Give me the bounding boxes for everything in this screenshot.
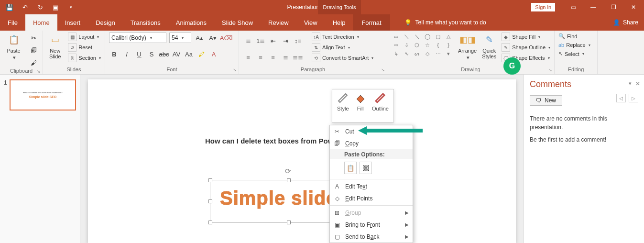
slide-thumbnail-pane[interactable]: 1 How can I delete text boxes from Power… bbox=[0, 75, 80, 243]
find-button[interactable]: 🔍Find bbox=[558, 33, 593, 40]
sign-in-button[interactable]: Sign in bbox=[531, 3, 555, 11]
new-comment-button[interactable]: 🗨New bbox=[530, 95, 562, 106]
dialog-launcher-icon[interactable]: ↘ bbox=[548, 67, 552, 72]
shape-brace2-icon[interactable]: } bbox=[444, 41, 453, 49]
align-left-button[interactable]: ≡ bbox=[243, 52, 253, 62]
redo-icon[interactable]: ↻ bbox=[35, 2, 45, 12]
tell-me-search[interactable]: 💡 Tell me what you want to do bbox=[390, 14, 486, 31]
text-direction-button[interactable]: ↕AText Direction▾ bbox=[312, 33, 373, 41]
shape-line-icon[interactable]: ＼ bbox=[402, 33, 411, 40]
shape-more2-icon[interactable]: ▾ bbox=[444, 50, 453, 57]
slide-canvas[interactable]: Style Fill Outline How can I delete text… bbox=[80, 75, 524, 243]
tab-format[interactable]: Format bbox=[353, 14, 390, 31]
shape-rectangle-icon[interactable]: ▭ bbox=[391, 33, 401, 40]
align-right-button[interactable]: ≡ bbox=[268, 52, 278, 62]
font-color-button[interactable]: A bbox=[208, 49, 219, 59]
tab-insert[interactable]: Insert bbox=[57, 14, 88, 31]
paste-picture[interactable]: 🖼 bbox=[360, 162, 372, 174]
italic-button[interactable]: I bbox=[121, 49, 132, 59]
tab-transitions[interactable]: Transitions bbox=[123, 14, 168, 31]
ctx-cut[interactable]: ✂Cut bbox=[330, 125, 413, 137]
slide-thumbnail-1[interactable]: How can I delete text boxes from PowerPo… bbox=[10, 79, 76, 110]
shape-brace-icon[interactable]: { bbox=[433, 41, 443, 49]
character-spacing-button[interactable]: AV bbox=[171, 49, 182, 59]
shape-square-icon[interactable]: ▢ bbox=[433, 33, 443, 40]
ribbon-display-options-icon[interactable]: ▭ bbox=[567, 2, 580, 12]
replace-button[interactable]: abReplace▾ bbox=[558, 42, 593, 48]
decrease-indent-button[interactable]: ⇤ bbox=[268, 35, 278, 46]
strikethrough-button[interactable]: abc bbox=[159, 49, 169, 59]
shape-oval-icon[interactable]: ◯ bbox=[423, 33, 432, 40]
tab-review[interactable]: Review bbox=[261, 14, 296, 31]
ctx-edit-text[interactable]: AEdit Text bbox=[330, 180, 413, 192]
format-painter-button[interactable]: 🖌 bbox=[28, 57, 39, 68]
align-text-button[interactable]: ⇅Align Text▾ bbox=[312, 43, 373, 52]
shape-arrow2-icon[interactable]: ⇩ bbox=[402, 41, 411, 49]
next-comment-icon[interactable]: ▷ bbox=[629, 94, 638, 102]
save-icon[interactable]: 💾 bbox=[5, 2, 14, 12]
qat-customize-icon[interactable]: ▾ bbox=[66, 2, 76, 12]
paste-button[interactable]: 📋 Paste ▾ bbox=[4, 33, 23, 60]
dialog-launcher-icon[interactable]: ↘ bbox=[381, 67, 385, 72]
grammarly-badge-icon[interactable]: G bbox=[503, 57, 521, 75]
dialog-launcher-icon[interactable]: ↘ bbox=[37, 69, 41, 74]
align-center-button[interactable]: ≡ bbox=[255, 52, 266, 62]
shape-line2-icon[interactable]: ＼ bbox=[412, 33, 422, 40]
numbering-button[interactable]: 1≣ bbox=[255, 35, 266, 46]
convert-smartart-button[interactable]: ⟲Convert to SmartArt▾ bbox=[312, 54, 373, 62]
quick-styles-button[interactable]: ✎ Quick Styles bbox=[481, 33, 497, 59]
tab-help[interactable]: Help bbox=[325, 14, 353, 31]
cut-button[interactable]: ✂ bbox=[28, 33, 39, 43]
rotation-handle-icon[interactable]: ⟳ bbox=[285, 167, 293, 175]
paste-use-destination-theme[interactable]: 📋 bbox=[344, 162, 357, 174]
shape-curve-icon[interactable]: ∿ bbox=[402, 50, 411, 57]
tab-view[interactable]: View bbox=[296, 14, 325, 31]
shape-connector-icon[interactable]: ↳ bbox=[391, 50, 401, 57]
clear-formatting-icon[interactable]: A⌫ bbox=[221, 33, 231, 43]
copy-button[interactable]: 🗐 bbox=[28, 45, 39, 55]
tab-animations[interactable]: Animations bbox=[168, 14, 214, 31]
mini-fill-button[interactable]: Fill bbox=[355, 92, 366, 121]
shadow-button[interactable]: S bbox=[146, 49, 157, 59]
undo-icon[interactable]: ↶ bbox=[20, 2, 30, 12]
decrease-font-icon[interactable]: A▾ bbox=[207, 33, 218, 43]
slide-surface[interactable]: Style Fill Outline How can I delete text… bbox=[88, 79, 516, 243]
reset-button[interactable]: ↺Reset bbox=[68, 43, 101, 52]
bold-button[interactable]: B bbox=[109, 49, 120, 59]
layout-button[interactable]: ▦Layout▾ bbox=[68, 33, 101, 41]
increase-font-icon[interactable]: A▴ bbox=[194, 33, 205, 43]
resize-handle[interactable] bbox=[208, 221, 212, 224]
tab-slideshow[interactable]: Slide Show bbox=[214, 14, 261, 31]
font-size-combo[interactable]: 54▾ bbox=[169, 33, 191, 43]
close-icon[interactable]: ✕ bbox=[627, 2, 640, 12]
shape-freeform-icon[interactable]: ᔕ bbox=[412, 50, 422, 57]
shape-triangle-icon[interactable]: △ bbox=[444, 33, 453, 40]
tab-file[interactable]: File bbox=[0, 14, 25, 31]
mini-style-button[interactable]: Style bbox=[337, 92, 349, 121]
shapes-gallery[interactable]: ▭ ＼ ＼ ◯ ▢ △ ⇨ ⇩ ⬡ ☆ { } ↳ ∿ ᔕ ◇ ⋯ ▾ bbox=[391, 33, 453, 57]
ctx-bring-to-front[interactable]: ▣Bring to Front▶ bbox=[330, 219, 413, 231]
font-name-combo[interactable]: Calibri (Body)▾ bbox=[109, 33, 166, 43]
new-slide-button[interactable]: ▭ New Slide bbox=[47, 33, 63, 59]
shape-arrow-icon[interactable]: ⇨ bbox=[391, 41, 401, 49]
shape-hex-icon[interactable]: ⬡ bbox=[412, 41, 422, 49]
highlight-button[interactable]: 🖍 bbox=[196, 49, 207, 59]
dialog-launcher-icon[interactable]: ↘ bbox=[233, 67, 237, 72]
shape-fill-button[interactable]: ◆Shape Fill▾ bbox=[502, 33, 550, 41]
close-pane-icon[interactable]: ✕ bbox=[635, 80, 640, 87]
resize-handle[interactable] bbox=[208, 199, 212, 203]
line-spacing-button[interactable]: ↕≡ bbox=[293, 35, 303, 46]
ctx-send-to-back[interactable]: ▢Send to Back▶ bbox=[330, 231, 413, 243]
mini-outline-button[interactable]: Outline bbox=[372, 92, 389, 121]
tab-home[interactable]: Home bbox=[25, 14, 57, 31]
shape-outline-button[interactable]: ✎Shape Outline▾ bbox=[502, 43, 550, 52]
resize-handle[interactable] bbox=[287, 221, 291, 224]
start-from-beginning-icon[interactable]: ▣ bbox=[51, 2, 60, 12]
select-button[interactable]: ↖Select▾ bbox=[558, 50, 593, 57]
tab-design[interactable]: Design bbox=[88, 14, 122, 31]
ctx-edit-points[interactable]: ◇Edit Points bbox=[330, 192, 413, 204]
pane-options-icon[interactable]: ▾ bbox=[629, 80, 632, 87]
increase-indent-button[interactable]: ⇥ bbox=[280, 35, 291, 46]
justify-button[interactable]: ≣ bbox=[280, 52, 291, 62]
bullets-button[interactable]: ≣ bbox=[243, 35, 253, 46]
